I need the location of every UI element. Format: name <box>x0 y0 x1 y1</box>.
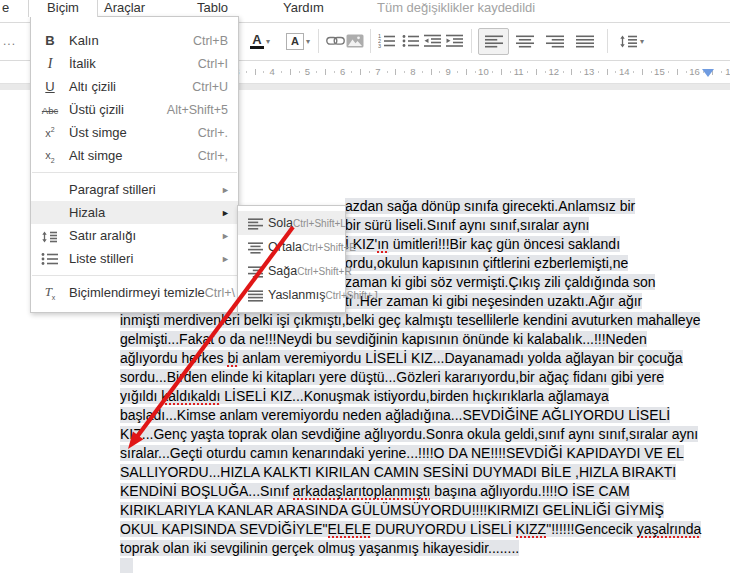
ruler-number: 16 <box>689 66 701 77</box>
menu-item-label: Üst simge <box>69 125 198 140</box>
misspelled-word: bi <box>227 350 238 367</box>
increase-indent-button[interactable] <box>443 27 467 55</box>
align-justify-icon <box>238 288 268 302</box>
ruler-number: 5 <box>301 66 313 77</box>
format-menu-item-kalin[interactable]: BKalınCtrl+B <box>31 29 238 52</box>
menu-item-shortcut: Ctrl+B <box>193 34 238 48</box>
ruler-tick <box>369 71 370 73</box>
ruler-tick <box>501 69 502 75</box>
align-right-icon <box>238 264 268 278</box>
ruler-tick <box>457 71 458 73</box>
align-justify-button[interactable] <box>572 27 598 55</box>
menu-item-table[interactable]: Tablo <box>197 0 228 16</box>
misspelled-word: arkadaşlarıtoplanmıştı <box>293 483 431 500</box>
right-margin-marker[interactable] <box>702 69 714 77</box>
doc-line[interactable]: KIRIKLARIYLA KANLAR ARASINDA GÜLÜMSÜYORD… <box>120 501 664 520</box>
format-menu-item-satir-araligi[interactable]: Satır aralığı► <box>31 224 238 247</box>
menu-item-label: Kalın <box>69 33 193 48</box>
align-left-button[interactable] <box>478 28 509 55</box>
selected-text: DURUYORDU LİSELİ <box>371 521 516 537</box>
format-menu: BKalınCtrl+BIİtalikCtrl+IUAltı çiziliCtr… <box>30 16 239 313</box>
doc-line[interactable]: KENDİNİ BOŞLUĞA...Sınıf arkadaşlarıtopla… <box>120 482 630 501</box>
ruler-tick <box>536 69 537 75</box>
misspelled-word: ın <box>377 236 389 253</box>
selected-text: başına ağlıyordu.!!!!O İSE CAM <box>430 483 629 499</box>
insert-image-button[interactable] <box>343 27 367 55</box>
menu-item-label: Üstü çizili <box>69 102 167 117</box>
doc-line[interactable]: gelmişti...Fakat o da ne!!!Neydi bu sevd… <box>120 330 647 349</box>
doc-line[interactable]: ağlıyordu herkes bi anlam veremiyordu Lİ… <box>120 349 683 368</box>
bold-icon: B <box>31 33 69 48</box>
doc-line[interactable]: yığıldı kaldıkaldı LİSELİ KIZ...Konuşmak… <box>120 387 609 406</box>
ruler-tick <box>668 71 669 73</box>
menu-separator <box>32 275 237 276</box>
ruler-tick <box>395 69 396 75</box>
line-spacing-icon <box>620 35 638 48</box>
strikethrough-icon: Abc <box>31 102 69 117</box>
submenu-arrow-icon: ► <box>221 254 238 264</box>
doc-line[interactable]: inmişti merdivenleri belki işi çıkmıştı,… <box>120 311 700 330</box>
doc-line[interactable]: SALLIYORDU...HIZLA KALKTI KIRILAN CAMIN … <box>120 463 676 482</box>
ruler-tick <box>651 71 652 73</box>
line-spacing-button[interactable]: ▾ <box>614 27 650 55</box>
doc-line[interactable]: başladı...Kimse anlam veremiyordu neden … <box>120 406 670 425</box>
menu-item-format[interactable]: Biçim <box>28 0 98 17</box>
app-window: e Biçim Araçlar Tablo Yardım Tüm değişik… <box>0 0 730 577</box>
highlight-color-icon: A <box>286 33 304 50</box>
ruler-number: 11 <box>513 66 525 77</box>
ruler-tick <box>466 69 467 75</box>
selected-text: "!!!!!!Gencecik <box>546 521 637 537</box>
ruler-tick <box>633 71 634 73</box>
ruler-tick <box>475 71 476 73</box>
align-submenu-item-yaslanmis[interactable]: YaslanmışCtrl+Shift+J <box>238 283 345 307</box>
selected-text: KIRIKLARIYLA KANLAR ARASINDA GÜLÜMSÜYORD… <box>120 502 664 518</box>
align-center-button[interactable] <box>512 27 538 55</box>
format-menu-item-hizala[interactable]: Hizala► <box>31 201 238 224</box>
format-menu-item-italik[interactable]: IİtalikCtrl+I <box>31 52 238 75</box>
selected-text: SALLIYORDU...HIZLA KALKTI KIRILAN CAMIN … <box>120 464 676 480</box>
ruler-number: 1 <box>722 66 730 77</box>
selected-text: KENDİNİ BOŞLUĞA...Sınıf <box>120 483 293 499</box>
ruler-tick <box>290 69 291 75</box>
text-color-button[interactable]: A ▾ <box>244 27 276 55</box>
ruler-tick <box>299 71 300 73</box>
decrease-indent-button[interactable] <box>421 27 445 55</box>
format-menu-item-paragraf-stilleri[interactable]: Paragraf stilleri► <box>31 178 238 201</box>
submenu-arrow-icon: ► <box>221 208 238 218</box>
menu-item-shortcut: Ctrl+. <box>198 126 238 140</box>
align-right-button[interactable] <box>542 27 568 55</box>
underline-icon: U <box>31 79 69 94</box>
format-menu-item-liste-stilleri[interactable]: Liste stilleri► <box>31 247 238 270</box>
ruler-number: 14 <box>618 66 630 77</box>
menu-item-help[interactable]: Yardım <box>283 0 324 16</box>
link-icon <box>326 36 345 46</box>
doc-line[interactable]: sordu...Birden elinde ki kitapları yere … <box>120 368 664 387</box>
chevron-down-icon: ▾ <box>640 37 644 46</box>
ruler-tick <box>246 71 247 73</box>
align-submenu-item-ortala[interactable]: OrtalaCtrl+Shift+E <box>238 235 345 259</box>
format-menu-item-ust-simge[interactable]: x2Üst simgeCtrl+. <box>31 121 238 144</box>
format-menu-item-alt-simge[interactable]: x2Alt simgeCtrl+, <box>31 144 238 167</box>
menu-item-partial[interactable]: e <box>2 0 9 16</box>
align-justify-icon <box>576 35 594 48</box>
ruler-tick <box>325 69 326 75</box>
align-submenu-item-sola[interactable]: SolaCtrl+Shift+L <box>238 211 345 235</box>
submenu-item-label: Sağa <box>268 264 297 278</box>
doc-line[interactable]: toprak olan iki sevgilinin gerçek olmuş … <box>120 539 519 558</box>
toolbar-overflow-icon[interactable]: ... <box>3 34 16 48</box>
menu-item-tools[interactable]: Araçlar <box>104 0 145 16</box>
doc-line[interactable]: OKUL KAPISINDA SEVDİĞİYLE"ELELE DURUYORD… <box>120 520 701 539</box>
doc-line[interactable]: KIZ...Genç yaşta toprak olan sevdiğine a… <box>120 425 698 444</box>
bulleted-list-button[interactable] <box>399 27 423 55</box>
ruler-tick <box>316 71 317 73</box>
doc-line[interactable]: sıralar...Geçti oturdu camın kenarındaki… <box>120 444 684 463</box>
align-submenu-item-saga[interactable]: SağaCtrl+Shift+R <box>238 259 345 283</box>
numbered-list-button[interactable]: 123 <box>375 27 399 55</box>
highlight-color-button[interactable]: A ▾ <box>281 27 315 55</box>
format-menu-item-bicimlendirmeyi-temizle[interactable]: TxBiçimlendirmeyi temizleCtrl+\ <box>31 281 238 304</box>
menu-item-label: Satır aralığı <box>69 228 221 243</box>
format-menu-item-alti-cizili[interactable]: UAltı çiziliCtrl+U <box>31 75 238 98</box>
ruler-tick <box>255 69 256 75</box>
format-menu-item-ustu-cizili[interactable]: AbcÜstü çiziliAlt+Shift+5 <box>31 98 238 121</box>
save-status: Tüm değişiklikler kaydedildi <box>377 0 535 16</box>
